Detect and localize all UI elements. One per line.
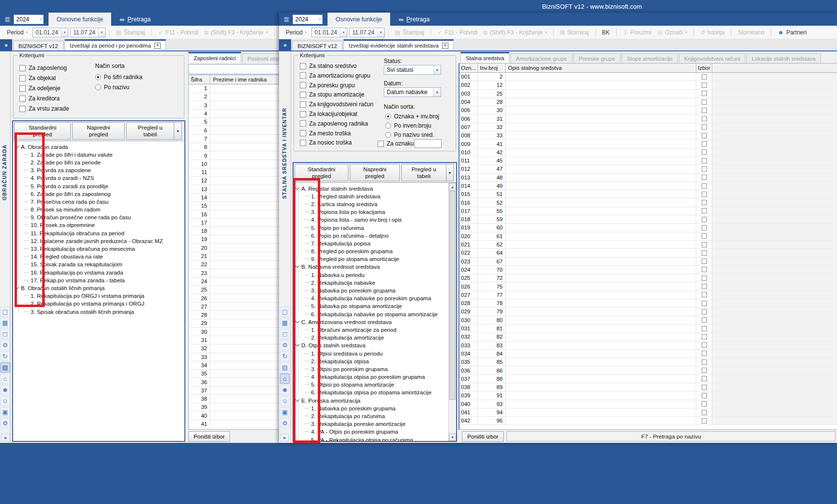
tree-item-row[interactable]: 10. Prosek za otpremnine <box>13 221 184 229</box>
worker-row[interactable]: 24 <box>189 277 280 286</box>
tree-item-row[interactable]: 2. Rekapitulacija nabavke <box>294 278 448 286</box>
criteria-checkbox-row[interactable]: Za lokaciju/objekat <box>300 111 357 117</box>
tree-item-row[interactable]: 6. Zarade po šifri za zaposlenog <box>13 190 184 197</box>
radio-icon[interactable] <box>385 132 391 138</box>
worker-row[interactable]: 14 <box>189 194 280 202</box>
asset-row[interactable]: 01960 <box>460 224 837 232</box>
worker-row[interactable]: 35 <box>189 370 280 378</box>
checkbox-icon[interactable] <box>702 267 707 272</box>
asset-row[interactable]: 00325 <box>460 90 837 98</box>
asset-row[interactable]: 03585 <box>460 358 837 366</box>
clear-selection-button[interactable]: Poništi izbor <box>188 431 230 442</box>
worker-row[interactable]: 40 <box>189 412 280 420</box>
date-to-select[interactable]: 11.07.24 ▾ <box>70 28 106 37</box>
sidebar-collapse-button[interactable]: » <box>279 39 291 50</box>
criteria-checkbox-row[interactable]: Za odeljenje <box>19 85 60 92</box>
checkbox-icon[interactable] <box>702 410 707 415</box>
tree-item-row[interactable]: 1. Rekapitulacija po ORGJ i vrstama prim… <box>13 292 184 300</box>
tab-osnovne-funkcije[interactable]: Osnovne funkcije <box>328 13 391 26</box>
scrollbar-track[interactable] <box>449 191 456 433</box>
tree-item-row[interactable]: 3. Nabavka po poreskim grupama <box>294 286 448 294</box>
tree-item-row[interactable]: 4. Popisna lista - samo inv.broj i opis <box>294 216 448 224</box>
worker-row[interactable]: 7 <box>189 135 280 143</box>
scroll-up-icon[interactable]: ▲ <box>449 183 456 191</box>
checkbox-icon[interactable] <box>702 259 707 264</box>
refresh-icon[interactable]: ↻ <box>0 351 10 361</box>
advanced-view-button[interactable]: Napredni pregled <box>72 122 125 140</box>
worker-row[interactable]: 33 <box>189 353 280 361</box>
chevron-down-icon[interactable]: ▾ <box>377 28 384 37</box>
tree-item-row[interactable]: 12. Isplaćene zarade javnih preduzeća - … <box>13 237 184 244</box>
print-button[interactable]: ▤ Štampaj <box>116 29 145 36</box>
checkbox-icon[interactable] <box>702 124 707 130</box>
tree-item-row[interactable]: 3. Potvrda za zaposlene <box>13 166 184 174</box>
checkbox-icon[interactable] <box>300 101 306 108</box>
asset-row[interactable]: 03282 <box>460 333 837 341</box>
reverse-button[interactable]: ⊠ Storniraj <box>560 29 589 36</box>
scroll-down-icon[interactable]: ▼ <box>449 433 456 441</box>
worker-row[interactable]: 13 <box>189 185 280 194</box>
tree-item-row[interactable]: 2. Kartica stalnog sredstva <box>294 200 448 208</box>
tab-osnovne-funkcije[interactable]: Osnovne funkcije <box>49 13 112 26</box>
confirm-button[interactable]: ✓ F11 - Potvrdi <box>437 29 477 36</box>
worker-row[interactable]: 2 <box>189 93 280 101</box>
tree-item-row[interactable]: 2. Rekapitulacija po računima <box>294 412 448 420</box>
worker-row[interactable]: 9 <box>189 151 280 160</box>
checkbox-icon[interactable] <box>702 82 707 88</box>
asset-row[interactable]: 01247 <box>460 165 837 173</box>
worker-row[interactable]: 5 <box>189 118 280 126</box>
asset-row[interactable]: 00428 <box>460 98 837 106</box>
asset-row[interactable]: 03484 <box>460 350 837 358</box>
sort-option-invbroj[interactable]: Po inven.broju <box>385 122 431 129</box>
checkbox-icon[interactable] <box>702 401 707 406</box>
criteria-checkbox-row[interactable]: Za vrstu zarade <box>19 105 69 112</box>
checkbox-icon[interactable] <box>702 250 707 256</box>
worker-row[interactable]: 10 <box>189 160 280 168</box>
tree-section-row[interactable]: C. Amortizovana vrednost sredstava <box>294 318 448 325</box>
briefcase-icon[interactable]: ▣ <box>0 407 10 417</box>
worker-row[interactable]: 29 <box>189 319 280 327</box>
tree-item-row[interactable]: 3. Spisak obračuna ostalih ličnih priman… <box>13 308 184 315</box>
checkbox-icon[interactable] <box>702 309 707 314</box>
col-prezime-ime[interactable]: Prezime i ime radnika <box>210 77 280 82</box>
asset-row[interactable]: 00530 <box>460 106 837 114</box>
data-table-icon[interactable]: ▤ <box>0 362 10 373</box>
chevron-down-icon[interactable]: ▼ <box>174 122 182 140</box>
tree-section-row[interactable]: B. Nabavna vrednost sredstava <box>294 263 448 271</box>
checkbox-icon[interactable] <box>702 74 707 80</box>
worker-row[interactable]: 34 <box>189 361 280 370</box>
data-table-icon[interactable]: ▤ <box>280 362 290 373</box>
tree-item-row[interactable]: 5. Nabavka po stopama amortizacije <box>294 302 448 310</box>
checkbox-icon[interactable] <box>19 75 26 81</box>
search-input[interactable] <box>189 65 280 74</box>
radio-icon[interactable] <box>385 123 391 129</box>
partners-button[interactable]: ☻ Partneri <box>778 29 807 36</box>
worker-row[interactable]: 4 <box>189 110 280 118</box>
history-button[interactable]: ↺ Istorija <box>700 29 724 36</box>
tree-scrollbar[interactable]: ▲ ▼ <box>448 183 456 441</box>
tree-item-row[interactable]: 4. Rekapitulacija nabavke po poreskim gr… <box>294 294 448 302</box>
asset-row[interactable]: 04093 <box>460 400 837 408</box>
checkbox-icon[interactable] <box>702 334 707 340</box>
tree-section-row[interactable]: A. Registar stalnih sredstava <box>294 184 448 192</box>
tree-item-row[interactable]: 3. Rekapitulacija poreske amortizacije <box>294 420 448 428</box>
assets-tab[interactable]: Knjigovodstveni računi <box>679 53 745 63</box>
checkbox-icon[interactable] <box>702 385 707 390</box>
selection-icon[interactable]: ◻ <box>280 329 290 339</box>
scrollbar-thumb[interactable] <box>449 191 456 400</box>
tree-item-row[interactable]: 6. Rekapitulacija nabavke po stopama amo… <box>294 310 448 318</box>
checkbox-icon[interactable] <box>702 99 707 105</box>
oznaka-input[interactable] <box>414 139 442 148</box>
checkbox-icon[interactable] <box>702 175 707 180</box>
criteria-checkbox-row[interactable]: Za nosioc troška <box>300 139 352 146</box>
monitor-icon[interactable]: ▢ <box>280 307 290 317</box>
close-icon[interactable]: × <box>154 43 161 49</box>
checkbox-icon[interactable] <box>702 116 707 121</box>
selection-icon[interactable]: ◻ <box>0 329 10 339</box>
tree-item-row[interactable]: 9. Pregled po stopama amortizacije <box>294 255 448 263</box>
criteria-checkbox-row[interactable]: Za poresku grupu <box>300 82 355 89</box>
worker-row[interactable]: 37 <box>189 387 280 395</box>
checkbox-icon[interactable] <box>702 242 707 247</box>
checkbox-icon[interactable] <box>702 208 707 213</box>
asset-row[interactable]: 03383 <box>460 341 837 350</box>
